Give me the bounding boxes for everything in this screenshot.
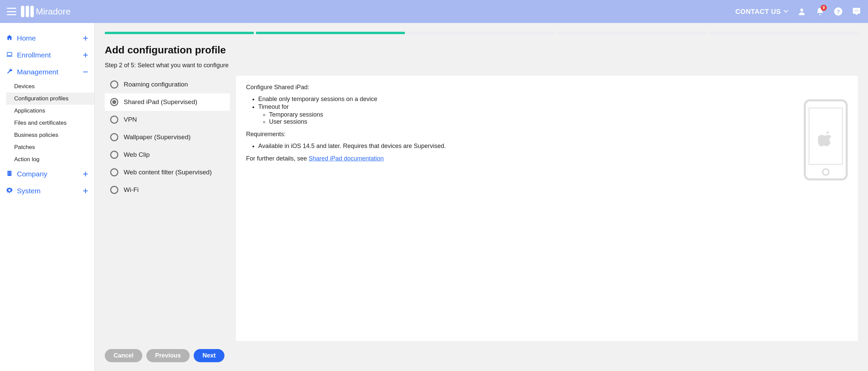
home-icon: [6, 34, 13, 43]
detail-sub-bullet: Temporary sessions: [269, 111, 848, 118]
config-option[interactable]: Wi-Fi: [105, 181, 230, 199]
svg-rect-10: [8, 173, 9, 173]
next-button[interactable]: Next: [194, 349, 224, 362]
nav-management[interactable]: Management−: [0, 64, 94, 80]
subnav-item[interactable]: Configuration profiles: [6, 93, 94, 105]
config-option[interactable]: Wallpaper (Supervised): [105, 128, 230, 146]
detail-bullet: Enable only temporary sessions on a devi…: [258, 96, 848, 103]
expand-icon[interactable]: +: [83, 50, 88, 60]
subnav-item[interactable]: Files and certificates: [6, 117, 94, 129]
step-label: Step 2 of 5: Select what you want to con…: [105, 62, 858, 69]
nav-label: Home: [17, 34, 36, 42]
cancel-button[interactable]: Cancel: [105, 349, 142, 362]
detail-bullets: Enable only temporary sessions on a devi…: [258, 96, 848, 125]
svg-rect-13: [10, 174, 11, 174]
collapse-icon[interactable]: −: [83, 67, 88, 77]
progress-bar: [105, 32, 858, 34]
option-label: Roaming configuration: [124, 81, 188, 88]
more-info: For further details, see Shared iPad doc…: [246, 155, 848, 162]
option-label: Web Clip: [124, 151, 150, 158]
laptop-icon: [6, 51, 13, 59]
config-option[interactable]: Shared iPad (Supervised): [105, 93, 230, 111]
option-label: Wallpaper (Supervised): [124, 133, 191, 141]
subnav-item[interactable]: Patches: [6, 141, 94, 153]
radio-icon: [110, 80, 118, 89]
sidebar: Home+Enrollment+Management−DevicesConfig…: [0, 23, 95, 371]
radio-icon: [110, 98, 118, 106]
bell-icon[interactable]: 9: [815, 7, 825, 16]
detail-sub-bullet: User sessions: [269, 118, 848, 125]
chat-icon[interactable]: [852, 7, 861, 16]
svg-point-3: [854, 10, 855, 11]
svg-rect-12: [8, 174, 9, 174]
expand-icon[interactable]: +: [83, 169, 88, 179]
option-label: Shared iPad (Supervised): [124, 98, 197, 106]
topbar: Miradore CONTACT US 9 ?: [0, 0, 868, 23]
svg-point-4: [856, 10, 857, 11]
nav-label: Company: [17, 170, 47, 178]
contact-us-menu[interactable]: CONTACT US: [735, 8, 788, 16]
svg-rect-6: [7, 52, 11, 55]
subnav-item[interactable]: Business policies: [6, 129, 94, 141]
subnav-item[interactable]: Action log: [6, 153, 94, 166]
option-label: VPN: [124, 116, 137, 123]
topbar-right: CONTACT US 9 ?: [735, 7, 861, 16]
svg-rect-7: [7, 171, 11, 176]
option-label: Wi-Fi: [124, 186, 139, 194]
svg-text:?: ?: [837, 8, 840, 15]
doc-link[interactable]: Shared iPad documentation: [309, 155, 384, 162]
topbar-left: Miradore: [7, 6, 71, 17]
radio-icon: [110, 186, 118, 194]
device-illustration: [804, 99, 848, 180]
config-option[interactable]: Roaming configuration: [105, 76, 230, 93]
option-label: Web content filter (Supervised): [124, 169, 212, 176]
brand-name: Miradore: [36, 6, 71, 17]
detail-bullet: Timeout for Temporary sessions User sess…: [258, 103, 848, 125]
previous-button[interactable]: Previous: [146, 349, 190, 362]
main-content: Add configuration profile Step 2 of 5: S…: [95, 23, 868, 371]
requirements-heading: Requirements:: [246, 131, 848, 138]
nav-home[interactable]: Home+: [0, 30, 94, 47]
wizard-buttons: Cancel Previous Next: [105, 349, 858, 362]
gear-icon: [6, 187, 13, 195]
detail-heading: Configure Shared iPad:: [246, 84, 848, 91]
progress-step: [256, 32, 405, 34]
config-option[interactable]: Web Clip: [105, 146, 230, 164]
expand-icon[interactable]: +: [83, 33, 88, 44]
user-icon[interactable]: [797, 7, 806, 16]
requirement-bullet: Available in iOS 14.5 and later. Require…: [258, 143, 848, 150]
help-icon[interactable]: ?: [834, 7, 843, 16]
nav-system[interactable]: System+: [0, 182, 94, 199]
progress-step: [558, 32, 707, 34]
svg-point-0: [800, 8, 803, 11]
radio-icon: [110, 133, 118, 141]
svg-rect-11: [10, 173, 11, 173]
options-column: Roaming configurationShared iPad (Superv…: [105, 76, 230, 341]
chevron-down-icon: [783, 10, 788, 13]
svg-point-5: [858, 10, 859, 11]
progress-step: [105, 32, 254, 34]
expand-icon[interactable]: +: [83, 186, 88, 196]
building-icon: [6, 170, 13, 178]
svg-rect-8: [8, 172, 9, 172]
radio-icon: [110, 151, 118, 159]
subnav-item[interactable]: Devices: [6, 80, 94, 93]
config-option[interactable]: Web content filter (Supervised): [105, 164, 230, 181]
subnav-item[interactable]: Applications: [6, 105, 94, 117]
config-option[interactable]: VPN: [105, 111, 230, 128]
brand-logo[interactable]: Miradore: [21, 6, 71, 17]
options-list[interactable]: Roaming configurationShared iPad (Superv…: [105, 76, 230, 199]
radio-icon: [110, 116, 118, 124]
page-title: Add configuration profile: [105, 44, 858, 56]
contact-us-label: CONTACT US: [735, 8, 781, 16]
detail-panel: Configure Shared iPad: Enable only tempo…: [236, 76, 858, 341]
nav-label: System: [17, 187, 41, 195]
wrench-icon: [6, 68, 13, 76]
nav-label: Enrollment: [17, 51, 51, 59]
notification-badge: 9: [821, 5, 827, 11]
radio-icon: [110, 168, 118, 176]
logo-icon: [21, 6, 34, 17]
nav-company[interactable]: Company+: [0, 166, 94, 182]
menu-icon[interactable]: [7, 8, 16, 15]
nav-enrollment[interactable]: Enrollment+: [0, 47, 94, 64]
